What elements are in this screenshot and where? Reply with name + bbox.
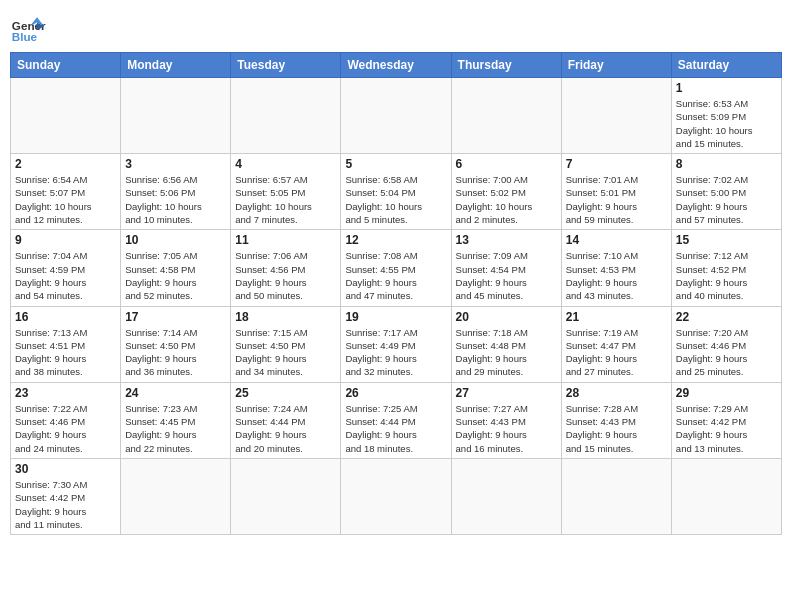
day-info: Sunrise: 7:09 AM Sunset: 4:54 PM Dayligh… (456, 249, 557, 302)
day-header-tuesday: Tuesday (231, 53, 341, 78)
day-info: Sunrise: 7:19 AM Sunset: 4:47 PM Dayligh… (566, 326, 667, 379)
day-number: 28 (566, 386, 667, 400)
day-header-sunday: Sunday (11, 53, 121, 78)
calendar-cell: 15Sunrise: 7:12 AM Sunset: 4:52 PM Dayli… (671, 230, 781, 306)
day-number: 9 (15, 233, 116, 247)
day-number: 30 (15, 462, 116, 476)
day-info: Sunrise: 6:53 AM Sunset: 5:09 PM Dayligh… (676, 97, 777, 150)
day-info: Sunrise: 6:57 AM Sunset: 5:05 PM Dayligh… (235, 173, 336, 226)
day-info: Sunrise: 7:00 AM Sunset: 5:02 PM Dayligh… (456, 173, 557, 226)
day-info: Sunrise: 7:13 AM Sunset: 4:51 PM Dayligh… (15, 326, 116, 379)
day-info: Sunrise: 7:27 AM Sunset: 4:43 PM Dayligh… (456, 402, 557, 455)
day-info: Sunrise: 7:18 AM Sunset: 4:48 PM Dayligh… (456, 326, 557, 379)
calendar-cell (561, 458, 671, 534)
day-number: 7 (566, 157, 667, 171)
calendar-cell: 22Sunrise: 7:20 AM Sunset: 4:46 PM Dayli… (671, 306, 781, 382)
day-number: 12 (345, 233, 446, 247)
calendar-cell: 16Sunrise: 7:13 AM Sunset: 4:51 PM Dayli… (11, 306, 121, 382)
day-number: 29 (676, 386, 777, 400)
day-number: 20 (456, 310, 557, 324)
day-header-thursday: Thursday (451, 53, 561, 78)
calendar-cell (121, 78, 231, 154)
calendar-cell (451, 458, 561, 534)
calendar-cell: 2Sunrise: 6:54 AM Sunset: 5:07 PM Daylig… (11, 154, 121, 230)
calendar-cell: 19Sunrise: 7:17 AM Sunset: 4:49 PM Dayli… (341, 306, 451, 382)
day-header-saturday: Saturday (671, 53, 781, 78)
day-number: 8 (676, 157, 777, 171)
day-number: 21 (566, 310, 667, 324)
day-number: 27 (456, 386, 557, 400)
day-number: 17 (125, 310, 226, 324)
day-number: 16 (15, 310, 116, 324)
day-info: Sunrise: 7:20 AM Sunset: 4:46 PM Dayligh… (676, 326, 777, 379)
day-info: Sunrise: 7:25 AM Sunset: 4:44 PM Dayligh… (345, 402, 446, 455)
calendar-cell: 10Sunrise: 7:05 AM Sunset: 4:58 PM Dayli… (121, 230, 231, 306)
day-number: 2 (15, 157, 116, 171)
calendar-cell: 14Sunrise: 7:10 AM Sunset: 4:53 PM Dayli… (561, 230, 671, 306)
day-number: 14 (566, 233, 667, 247)
day-number: 11 (235, 233, 336, 247)
calendar-week-row: 23Sunrise: 7:22 AM Sunset: 4:46 PM Dayli… (11, 382, 782, 458)
day-number: 1 (676, 81, 777, 95)
calendar-table: SundayMondayTuesdayWednesdayThursdayFrid… (10, 52, 782, 535)
calendar-cell: 30Sunrise: 7:30 AM Sunset: 4:42 PM Dayli… (11, 458, 121, 534)
calendar-cell (11, 78, 121, 154)
day-header-friday: Friday (561, 53, 671, 78)
calendar-cell: 7Sunrise: 7:01 AM Sunset: 5:01 PM Daylig… (561, 154, 671, 230)
logo-icon: General Blue (10, 10, 46, 46)
day-header-wednesday: Wednesday (341, 53, 451, 78)
svg-text:Blue: Blue (12, 30, 38, 43)
day-header-monday: Monday (121, 53, 231, 78)
calendar-week-row: 16Sunrise: 7:13 AM Sunset: 4:51 PM Dayli… (11, 306, 782, 382)
calendar-week-row: 2Sunrise: 6:54 AM Sunset: 5:07 PM Daylig… (11, 154, 782, 230)
calendar-cell: 17Sunrise: 7:14 AM Sunset: 4:50 PM Dayli… (121, 306, 231, 382)
day-info: Sunrise: 7:02 AM Sunset: 5:00 PM Dayligh… (676, 173, 777, 226)
calendar-cell (561, 78, 671, 154)
calendar-cell: 12Sunrise: 7:08 AM Sunset: 4:55 PM Dayli… (341, 230, 451, 306)
logo: General Blue (10, 10, 46, 46)
day-number: 19 (345, 310, 446, 324)
calendar-cell: 9Sunrise: 7:04 AM Sunset: 4:59 PM Daylig… (11, 230, 121, 306)
day-info: Sunrise: 7:14 AM Sunset: 4:50 PM Dayligh… (125, 326, 226, 379)
day-info: Sunrise: 6:56 AM Sunset: 5:06 PM Dayligh… (125, 173, 226, 226)
calendar-week-row: 30Sunrise: 7:30 AM Sunset: 4:42 PM Dayli… (11, 458, 782, 534)
calendar-cell: 23Sunrise: 7:22 AM Sunset: 4:46 PM Dayli… (11, 382, 121, 458)
calendar-cell: 8Sunrise: 7:02 AM Sunset: 5:00 PM Daylig… (671, 154, 781, 230)
day-info: Sunrise: 7:24 AM Sunset: 4:44 PM Dayligh… (235, 402, 336, 455)
calendar-cell: 28Sunrise: 7:28 AM Sunset: 4:43 PM Dayli… (561, 382, 671, 458)
calendar-cell: 13Sunrise: 7:09 AM Sunset: 4:54 PM Dayli… (451, 230, 561, 306)
day-info: Sunrise: 7:23 AM Sunset: 4:45 PM Dayligh… (125, 402, 226, 455)
calendar-cell: 4Sunrise: 6:57 AM Sunset: 5:05 PM Daylig… (231, 154, 341, 230)
day-number: 26 (345, 386, 446, 400)
day-info: Sunrise: 7:01 AM Sunset: 5:01 PM Dayligh… (566, 173, 667, 226)
day-info: Sunrise: 7:28 AM Sunset: 4:43 PM Dayligh… (566, 402, 667, 455)
day-number: 24 (125, 386, 226, 400)
calendar-week-row: 9Sunrise: 7:04 AM Sunset: 4:59 PM Daylig… (11, 230, 782, 306)
day-info: Sunrise: 6:58 AM Sunset: 5:04 PM Dayligh… (345, 173, 446, 226)
day-info: Sunrise: 7:29 AM Sunset: 4:42 PM Dayligh… (676, 402, 777, 455)
day-number: 13 (456, 233, 557, 247)
day-number: 25 (235, 386, 336, 400)
day-info: Sunrise: 7:06 AM Sunset: 4:56 PM Dayligh… (235, 249, 336, 302)
day-number: 18 (235, 310, 336, 324)
calendar-week-row: 1Sunrise: 6:53 AM Sunset: 5:09 PM Daylig… (11, 78, 782, 154)
calendar-cell: 6Sunrise: 7:00 AM Sunset: 5:02 PM Daylig… (451, 154, 561, 230)
calendar-cell: 27Sunrise: 7:27 AM Sunset: 4:43 PM Dayli… (451, 382, 561, 458)
calendar-cell: 1Sunrise: 6:53 AM Sunset: 5:09 PM Daylig… (671, 78, 781, 154)
calendar-cell: 26Sunrise: 7:25 AM Sunset: 4:44 PM Dayli… (341, 382, 451, 458)
calendar-cell (121, 458, 231, 534)
page-header: General Blue (10, 10, 782, 46)
day-number: 22 (676, 310, 777, 324)
calendar-cell: 20Sunrise: 7:18 AM Sunset: 4:48 PM Dayli… (451, 306, 561, 382)
day-number: 6 (456, 157, 557, 171)
calendar-header-row: SundayMondayTuesdayWednesdayThursdayFrid… (11, 53, 782, 78)
day-info: Sunrise: 7:12 AM Sunset: 4:52 PM Dayligh… (676, 249, 777, 302)
calendar-cell (341, 78, 451, 154)
day-number: 23 (15, 386, 116, 400)
day-number: 10 (125, 233, 226, 247)
day-info: Sunrise: 7:17 AM Sunset: 4:49 PM Dayligh… (345, 326, 446, 379)
calendar-cell: 3Sunrise: 6:56 AM Sunset: 5:06 PM Daylig… (121, 154, 231, 230)
day-info: Sunrise: 7:05 AM Sunset: 4:58 PM Dayligh… (125, 249, 226, 302)
calendar-cell: 11Sunrise: 7:06 AM Sunset: 4:56 PM Dayli… (231, 230, 341, 306)
day-info: Sunrise: 7:04 AM Sunset: 4:59 PM Dayligh… (15, 249, 116, 302)
